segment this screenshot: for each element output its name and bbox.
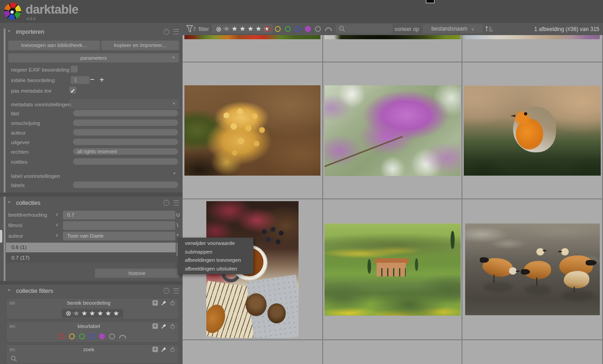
rule-property-label[interactable]: beeldverhouding [8,212,47,218]
power-icon[interactable] [170,347,175,352]
color-label-yellow-icon[interactable] [69,333,75,339]
image-cell[interactable] [462,62,602,198]
presets-menu-icon[interactable] [173,288,179,293]
rights-input[interactable]: all rights reserved [73,148,178,155]
filter-name[interactable]: kleurlabel [25,323,152,329]
info-icon[interactable] [163,29,169,35]
pin-icon[interactable] [161,323,167,329]
reject-icon[interactable]: ⊗ [216,25,222,33]
import-module-header[interactable]: ▼ importeren [7,27,179,36]
collection-value-option[interactable]: 0.7 (17) [6,253,176,263]
power-icon[interactable] [170,323,175,329]
image-cell[interactable] [462,340,602,364]
collection-value-option[interactable]: 0.6 (1) [6,243,176,252]
star-icon[interactable]: ★ [97,309,103,317]
rating-range-widget[interactable]: ⊗ ★ ★ ★ ★ ★ ★ [62,309,123,318]
presets-menu-icon[interactable] [173,29,179,34]
filter-funnel-icon[interactable] [186,25,196,33]
photo-thumbnail-partial[interactable] [184,35,320,39]
color-label-red-icon[interactable] [265,26,271,32]
image-cell[interactable] [323,199,461,339]
filter-name[interactable]: zoek [25,347,152,352]
menu-item-remove-rule[interactable]: verwijder voorwaarde [178,239,253,248]
image-cell[interactable] [323,35,461,62]
sidebar-scrollbar[interactable] [4,28,5,285]
color-label-gray-icon[interactable] [109,333,115,339]
color-label-blue-icon[interactable] [89,333,95,339]
star-zero-icon[interactable]: ★ [73,309,79,317]
rule-value-input[interactable] [63,221,175,230]
color-label-blue-icon[interactable] [295,26,301,32]
color-label-green-icon[interactable] [285,26,291,32]
star-icon[interactable]: ★ [81,309,87,317]
union-mode-icon[interactable]: ∪ [176,211,180,219]
star-zero-icon[interactable]: ★ [224,25,230,33]
author-input[interactable] [73,129,178,135]
remove-filter-icon[interactable]: × [152,323,158,329]
menu-item-exclude-images[interactable]: afbeeldingen uitsluiten [178,265,253,273]
star-icon[interactable]: ★ [89,309,95,317]
dropdown-open-icon[interactable]: ▼ [176,234,179,237]
info-icon[interactable] [163,288,169,294]
image-cell[interactable] [183,340,322,364]
search-filter-input[interactable] [6,354,178,363]
color-label-all-arc-icon[interactable] [119,335,126,338]
rule-property-label[interactable]: auteur [8,233,23,239]
star-icon[interactable]: ★ [239,25,245,33]
photo-thumbnail-ducks[interactable] [465,224,600,315]
rating-plus-button[interactable]: + [98,75,106,84]
parameters-section-header[interactable]: parameters ▼ [8,53,179,62]
filters-module-header[interactable]: ▼ collectie filters [7,286,179,295]
image-cell[interactable] [323,340,461,364]
tag-presets-dropdown-icon[interactable]: ▼ [173,172,176,176]
ignore-exif-checkbox[interactable] [71,66,78,73]
apply-metadata-checkbox[interactable]: ✓ [69,87,76,94]
sort-direction-icon[interactable] [485,26,493,32]
star-icon[interactable]: ★ [105,309,111,317]
image-cell[interactable] [323,62,461,198]
info-icon[interactable] [163,200,169,206]
metadata-presets-dropdown[interactable]: ▼ [69,99,179,109]
rule-value-input[interactable]: Toon van Daele [63,232,175,240]
publisher-input[interactable] [73,139,178,145]
photo-thumbnail-lilac[interactable] [325,85,461,176]
filter-name[interactable]: bereik beoordeling [25,300,152,306]
copy-and-import-button[interactable]: kopieer en importeer... [101,41,179,50]
color-label-yellow-icon[interactable] [275,26,281,32]
toolbar-search-input[interactable] [336,24,393,33]
star-icon[interactable]: ★ [247,25,253,33]
photo-thumbnail-robin[interactable] [464,86,601,176]
filter-operator[interactable]: en [10,347,25,352]
star-icon[interactable]: ★ [113,309,119,317]
color-label-purple-icon[interactable] [99,333,105,339]
initial-rating-input[interactable]: 1 [71,76,89,84]
pin-icon[interactable] [161,300,167,306]
title-input[interactable] [73,110,178,116]
color-label-all-arc-icon[interactable] [325,27,332,31]
description-input[interactable] [73,120,178,126]
image-cell[interactable] [183,35,322,62]
remove-filter-icon[interactable]: × [152,347,158,352]
color-label-purple-icon[interactable] [305,26,311,32]
remove-filter-icon[interactable]: × [152,300,158,306]
add-to-library-button[interactable]: toevoegen aan bibliotheek... [8,41,100,50]
top-panel-toggle[interactable] [426,0,435,3]
toolbar-rating-filter[interactable]: ⊗ ★ ★ ★ ★ ★ ★ [212,24,273,33]
star-icon[interactable]: ★ [255,25,261,33]
difference-mode-icon[interactable]: \ [177,221,178,229]
star-icon[interactable]: ★ [231,25,237,33]
notes-input[interactable] [73,158,178,165]
image-cell[interactable] [183,62,322,198]
presets-menu-icon[interactable] [173,200,179,205]
image-cell[interactable] [462,35,602,62]
photo-thumbnail-tuscany[interactable] [325,224,461,316]
rule-value-input[interactable]: 0.7 [63,211,175,219]
photo-thumbnail-mushrooms[interactable] [184,85,320,176]
pin-icon[interactable] [161,347,167,352]
tags-input[interactable] [73,182,178,188]
menu-item-add-images[interactable]: afbeeldingen toevoegen [178,256,253,265]
filter-operator[interactable]: en [10,323,25,329]
color-label-gray-icon[interactable] [315,26,321,32]
image-cell[interactable] [462,199,602,339]
collections-module-header[interactable]: ▼ collecties [7,198,179,207]
